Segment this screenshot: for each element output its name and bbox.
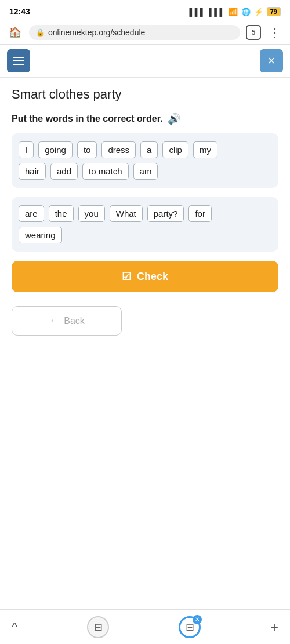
- word-chip[interactable]: clip: [162, 141, 188, 158]
- back-button[interactable]: ← Back: [12, 306, 122, 336]
- back-label: Back: [64, 316, 85, 326]
- lock-icon: 🔒: [36, 28, 45, 37]
- nav-icon-1: ⊟: [94, 621, 103, 634]
- word-chip[interactable]: dress: [102, 141, 136, 158]
- word-chip[interactable]: wearing: [19, 227, 62, 243]
- nav-up-icon[interactable]: ^: [12, 620, 17, 635]
- word-chip[interactable]: hair: [19, 163, 46, 180]
- browser-icon: 🌐: [241, 8, 251, 16]
- word-chip[interactable]: going: [38, 141, 72, 158]
- url-bar[interactable]: 🔒 onlinemektep.org/schedule: [29, 25, 240, 40]
- top-toolbar: ×: [0, 45, 290, 78]
- check-label: Check: [137, 271, 168, 283]
- sentence1-row1: Igoingtodressaclipmy: [19, 141, 271, 158]
- nav-x-badge: ✕: [193, 615, 202, 624]
- sentence2-row1: aretheyouWhatparty?for: [19, 205, 271, 222]
- sentence1-group: Igoingtodressaclipmy hairaddto matcham: [12, 133, 278, 188]
- instruction-row: Put the words in the correct order. 🔊: [12, 112, 278, 125]
- word-chip[interactable]: party?: [147, 205, 184, 222]
- speaker-icon[interactable]: 🔊: [168, 112, 180, 125]
- check-button[interactable]: ☑ Check: [12, 261, 278, 292]
- page-title: Smart clothes party: [12, 87, 278, 102]
- nav-circle-1[interactable]: ⊟: [87, 616, 109, 638]
- tab-count[interactable]: 5: [246, 25, 261, 40]
- url-text: onlinemektep.org/schedule: [48, 28, 233, 37]
- word-chip[interactable]: for: [188, 205, 212, 222]
- back-arrow-icon: ←: [49, 315, 59, 327]
- word-chip[interactable]: to match: [82, 163, 129, 180]
- bottom-nav: ^ ⊟ ⊟ ✕ +: [0, 609, 290, 644]
- nav-plus-icon[interactable]: +: [270, 619, 278, 635]
- main-content: Smart clothes party Put the words in the…: [0, 78, 290, 362]
- word-chip[interactable]: I: [19, 141, 34, 158]
- word-chip[interactable]: add: [50, 163, 78, 180]
- word-chip[interactable]: am: [133, 163, 158, 180]
- close-button[interactable]: ×: [260, 49, 283, 72]
- nav-icon-2: ⊟: [186, 621, 194, 634]
- wifi-icon: 📶: [229, 8, 238, 16]
- menu-dots[interactable]: ⋮: [267, 26, 283, 39]
- instruction-text: Put the words in the correct order.: [12, 114, 163, 124]
- check-icon: ☑: [122, 270, 131, 283]
- bluetooth-icon: ⚡: [254, 8, 263, 16]
- status-time: 12:43: [9, 7, 30, 16]
- status-right: ▌▌▌ ▌▌▌ 📶 🌐 ⚡ 79: [189, 7, 281, 16]
- battery-level: 79: [267, 7, 281, 16]
- home-button[interactable]: 🏠: [7, 24, 23, 41]
- word-chip[interactable]: What: [110, 205, 143, 222]
- hamburger-line-1: [13, 57, 24, 58]
- sentence2-row2: wearing: [19, 227, 271, 243]
- word-chip[interactable]: a: [140, 141, 158, 158]
- word-chip[interactable]: the: [49, 205, 74, 222]
- word-chip[interactable]: are: [19, 205, 44, 222]
- signal-icon-1: ▌▌▌: [189, 8, 205, 16]
- word-chip[interactable]: you: [78, 205, 105, 222]
- signal-icon-2: ▌▌▌: [209, 8, 225, 16]
- sentence2-group: aretheyouWhatparty?for wearing: [12, 197, 278, 252]
- address-bar: 🏠 🔒 onlinemektep.org/schedule 5 ⋮: [0, 21, 290, 45]
- word-chip[interactable]: my: [193, 141, 217, 158]
- hamburger-button[interactable]: [7, 49, 30, 72]
- sentence1-row2: hairaddto matcham: [19, 163, 271, 180]
- hamburger-line-2: [13, 60, 24, 61]
- nav-circle-2[interactable]: ⊟ ✕: [179, 616, 201, 638]
- word-chip[interactable]: to: [77, 141, 97, 158]
- hamburger-line-3: [13, 64, 24, 65]
- status-bar: 12:43 ▌▌▌ ▌▌▌ 📶 🌐 ⚡ 79: [0, 0, 290, 21]
